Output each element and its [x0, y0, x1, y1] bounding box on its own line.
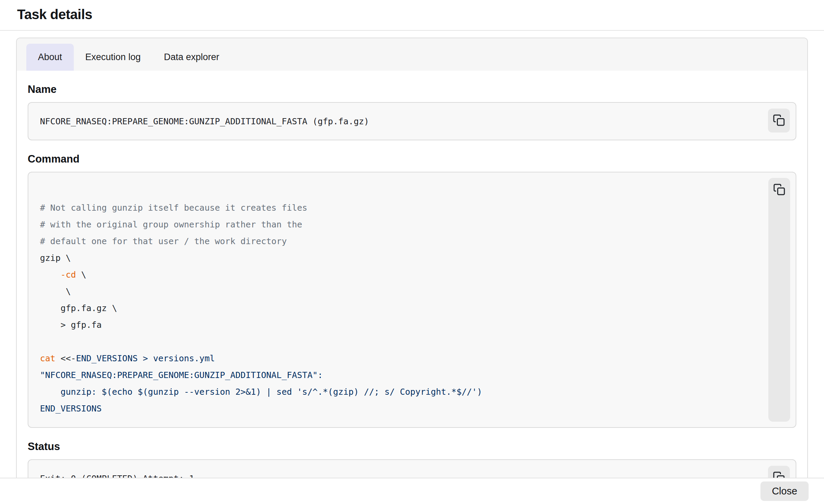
tab-execution-log[interactable]: Execution log	[74, 44, 152, 71]
tab-about[interactable]: About	[26, 44, 74, 71]
tab-bar: About Execution log Data explorer	[17, 38, 807, 71]
task-details-modal: Task details About Execution log Data ex…	[0, 0, 824, 504]
command-box: # Not calling gunzip itself because it c…	[28, 172, 796, 428]
copy-command-button[interactable]	[768, 178, 790, 202]
task-details-card: About Execution log Data explorer Name N…	[16, 38, 808, 478]
copy-name-button[interactable]	[768, 109, 790, 132]
command-scrollbar[interactable]	[768, 178, 790, 422]
copy-icon	[773, 183, 785, 197]
page-title: Task details	[17, 7, 824, 22]
content-scroll-area[interactable]: About Execution log Data explorer Name N…	[0, 31, 824, 478]
command-code[interactable]: # Not calling gunzip itself because it c…	[40, 183, 755, 417]
status-box: Exit: 0 (COMPLETED) Attempt: 1	[28, 459, 796, 478]
name-box: NFCORE_RNASEQ:PREPARE_GENOME:GUNZIP_ADDI…	[28, 102, 796, 140]
copy-icon	[773, 471, 785, 478]
status-section-heading: Status	[28, 441, 796, 452]
task-name-value: NFCORE_RNASEQ:PREPARE_GENOME:GUNZIP_ADDI…	[40, 116, 369, 126]
copy-icon	[773, 114, 785, 127]
modal-header: Task details	[0, 0, 824, 31]
name-section-heading: Name	[28, 84, 796, 95]
about-tab-panel: Name NFCORE_RNASEQ:PREPARE_GENOME:GUNZIP…	[17, 84, 807, 478]
task-status-value: Exit: 0 (COMPLETED) Attempt: 1	[40, 474, 194, 478]
command-section-heading: Command	[28, 153, 796, 165]
modal-footer: Close	[0, 478, 824, 504]
copy-status-button[interactable]	[768, 466, 790, 478]
tab-data-explorer[interactable]: Data explorer	[152, 44, 231, 71]
close-button[interactable]: Close	[760, 481, 809, 501]
